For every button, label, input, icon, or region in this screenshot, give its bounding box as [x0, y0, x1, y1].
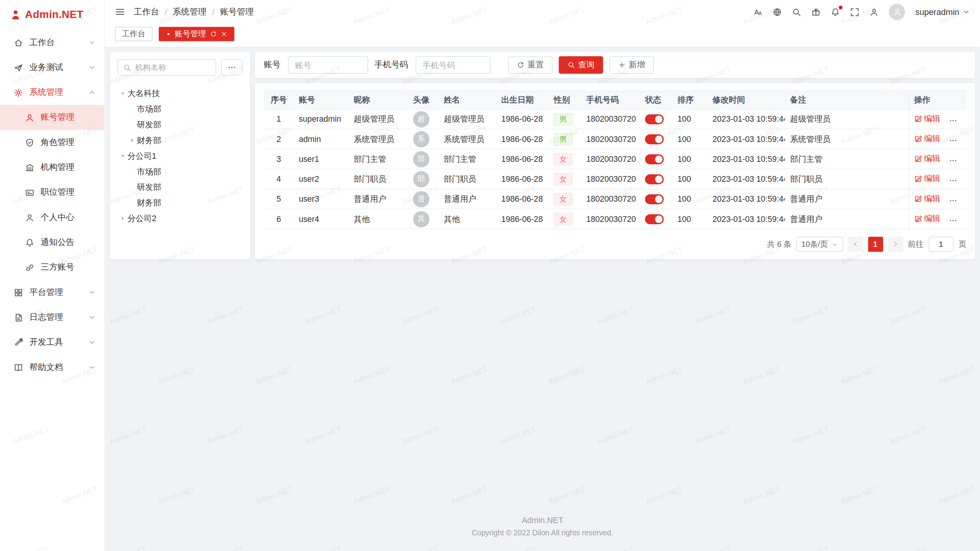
sidebar-item-third-account[interactable]: 三方账号 [0, 255, 105, 280]
tab-工作台[interactable]: 工作台 [115, 27, 152, 41]
tree-node[interactable]: 财务部 [118, 195, 243, 210]
sidebar-item-label: 角色管理 [41, 137, 96, 148]
row-more-button[interactable] [949, 116, 958, 125]
font-size-icon[interactable] [753, 7, 763, 16]
cell-account: user3 [294, 189, 349, 209]
sidebar-item-platform[interactable]: 平台管理 [0, 280, 105, 305]
gender-tag: 男 [554, 133, 573, 145]
edit-icon [914, 175, 922, 183]
tree-more-button[interactable] [221, 59, 243, 75]
column-header: 状态 [640, 91, 673, 109]
menu-toggle-icon[interactable] [115, 7, 125, 17]
sidebar-item-position[interactable]: 职位管理 [0, 180, 105, 205]
caret-down-icon[interactable] [118, 90, 127, 97]
page-size-select[interactable]: 10条/页 [796, 237, 843, 252]
fullscreen-icon[interactable] [850, 7, 859, 16]
reset-button[interactable]: 重置 [508, 56, 552, 74]
theme-icon[interactable] [812, 7, 821, 16]
status-toggle[interactable] [645, 154, 664, 164]
notification-bell-icon[interactable] [831, 7, 840, 16]
sidebar-item-label: 三方账号 [41, 262, 96, 273]
user-icon[interactable] [870, 7, 879, 16]
cell-sort: 100 [673, 129, 707, 149]
row-more-button[interactable] [949, 216, 958, 225]
cell-nickname: 部门主管 [349, 149, 404, 169]
sidebar-item-business-test[interactable]: 业务测试 [0, 55, 105, 80]
tree-node[interactable]: 研发部 [118, 117, 243, 132]
cell-phone: 18020030720 [581, 149, 640, 169]
row-more-button[interactable] [949, 136, 958, 145]
cell-status [640, 169, 673, 189]
language-icon[interactable] [773, 7, 782, 16]
wrench-icon [14, 337, 23, 347]
account-filter-input[interactable] [288, 56, 368, 74]
tab-账号管理[interactable]: 账号管理 [158, 27, 234, 41]
tree-node[interactable]: 研发部 [118, 179, 243, 195]
sidebar-item-profile[interactable]: 个人中心 [0, 205, 105, 230]
breadcrumb-item[interactable]: 系统管理 [173, 6, 206, 17]
refresh-icon[interactable] [210, 31, 217, 37]
cell-nickname: 其他 [349, 209, 404, 229]
cell-gender: 女 [549, 189, 581, 209]
org-search-input[interactable] [135, 63, 211, 72]
edit-button[interactable]: 编辑 [914, 193, 941, 204]
cell-account: user1 [294, 149, 349, 169]
cell-modified-time: 2023-01-03 10:59:44 [707, 169, 785, 189]
status-toggle[interactable] [645, 214, 664, 224]
sidebar-item-workbench[interactable]: 工作台 [0, 30, 105, 55]
status-toggle[interactable] [645, 114, 664, 124]
org-tree-toolbar [118, 59, 243, 75]
content: 大名科技市场部研发部财务部分公司1市场部研发部财务部分公司2 账号 手机号码 重… [105, 47, 980, 551]
caret-down-icon[interactable] [118, 152, 127, 159]
app-root: Admin.NET 工作台 业务测试 系统管理 账号管理 角色管理 [0, 0, 980, 551]
edit-button[interactable]: 编辑 [914, 213, 941, 224]
next-page-button[interactable] [888, 237, 903, 252]
page-number-button[interactable]: 1 [868, 237, 883, 252]
status-toggle[interactable] [645, 174, 664, 184]
prev-page-button[interactable] [848, 237, 863, 252]
caret-right-icon[interactable] [127, 137, 137, 144]
sidebar-item-account[interactable]: 账号管理 [0, 105, 105, 130]
tree-node[interactable]: 分公司1 [118, 148, 243, 164]
sidebar-item-help[interactable]: 帮助文档 [0, 355, 105, 380]
cell-gender: 男 [549, 109, 581, 129]
phone-filter-input[interactable] [416, 56, 491, 74]
user-menu[interactable]: superadmin [915, 7, 970, 16]
user-avatar[interactable] [889, 4, 905, 20]
sidebar-item-devtools[interactable]: 开发工具 [0, 330, 105, 355]
edit-button[interactable]: 编辑 [914, 173, 941, 184]
cell-sort: 100 [673, 189, 707, 209]
search-button[interactable]: 查询 [559, 56, 603, 74]
gender-tag: 女 [554, 173, 573, 185]
row-more-button[interactable] [949, 176, 958, 185]
tree-node-label: 市场部 [137, 166, 162, 177]
edit-button[interactable]: 编辑 [914, 133, 941, 144]
sidebar-item-log[interactable]: 日志管理 [0, 305, 105, 330]
gender-tag: 男 [554, 113, 573, 126]
status-toggle[interactable] [645, 194, 664, 204]
row-more-button[interactable] [949, 156, 958, 165]
cell-account: user2 [294, 169, 349, 189]
sidebar-item-notice[interactable]: 通知公告 [0, 230, 105, 255]
status-toggle[interactable] [645, 134, 664, 144]
cell-actions: 编辑 [909, 129, 966, 149]
tree-node[interactable]: 财务部 [118, 132, 243, 148]
breadcrumb-item[interactable]: 账号管理 [220, 6, 254, 17]
tree-node[interactable]: 市场部 [118, 164, 243, 179]
tree-node[interactable]: 大名科技 [118, 86, 243, 101]
row-more-button[interactable] [949, 196, 958, 205]
caret-right-icon[interactable] [118, 215, 127, 222]
sidebar-item-role[interactable]: 角色管理 [0, 130, 105, 155]
close-icon[interactable] [220, 31, 227, 37]
cell-index: 4 [264, 169, 294, 189]
search-icon[interactable] [792, 7, 801, 16]
edit-button[interactable]: 编辑 [914, 153, 941, 164]
edit-button[interactable]: 编辑 [914, 113, 941, 124]
tree-node[interactable]: 市场部 [118, 101, 243, 117]
sidebar-item-system[interactable]: 系统管理 [0, 80, 105, 105]
breadcrumb-item[interactable]: 工作台 [134, 6, 159, 17]
sidebar-item-organization[interactable]: 机构管理 [0, 155, 105, 180]
add-button[interactable]: 新增 [609, 56, 654, 74]
tree-node[interactable]: 分公司2 [118, 210, 243, 226]
goto-page-input[interactable] [928, 237, 953, 252]
